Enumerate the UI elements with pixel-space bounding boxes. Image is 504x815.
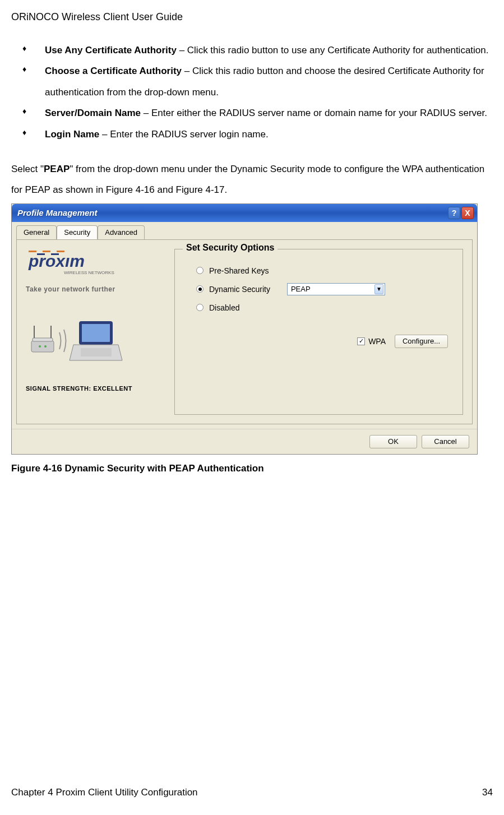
bullet-text: – Enter either the RADIUS server name or… [141, 108, 487, 118]
radio-icon [196, 285, 204, 293]
svg-rect-4 [37, 253, 45, 255]
radio-icon [196, 304, 204, 311]
para-text: Select " [11, 164, 44, 174]
tab-security[interactable]: Security [57, 225, 98, 239]
svg-rect-8 [33, 338, 53, 341]
bullet-item: Use Any Certificate Authority – Click th… [31, 40, 493, 61]
configure-button[interactable]: Configure... [395, 335, 448, 348]
svg-rect-15 [81, 348, 112, 356]
dropdown-value: PEAP [291, 285, 311, 293]
svg-point-12 [44, 345, 47, 348]
svg-rect-7 [31, 341, 54, 352]
bullet-title: Choose a Certificate Authority [45, 66, 182, 76]
wpa-label: WPA [368, 337, 386, 346]
proxim-logo: proxım WIRELESS NETWORKS [26, 249, 174, 282]
bullet-item: Choose a Certificate Authority – Click t… [31, 61, 493, 103]
radio-label: Disabled [209, 303, 239, 312]
signal-strength-label: SIGNAL STRENGTH: EXCELLENT [26, 385, 174, 392]
chevron-down-icon: ▼ [374, 284, 383, 294]
groupbox-title: Set Security Options [183, 243, 278, 253]
para-peap: PEAP [44, 164, 70, 174]
bullet-title: Login Name [45, 129, 99, 140]
bullet-list: Use Any Certificate Authority – Click th… [11, 40, 493, 145]
tabs-row: General Security Advanced [12, 222, 477, 239]
cancel-button[interactable]: Cancel [422, 435, 469, 448]
radio-label: Dynamic Security [209, 285, 270, 294]
para-text: " from the drop-down menu under the Dyna… [11, 164, 484, 195]
wpa-checkbox[interactable]: ✓ WPA [357, 337, 386, 346]
titlebar: Profile Management ? X [12, 204, 477, 222]
profile-management-dialog: Profile Management ? X General Security … [11, 203, 478, 455]
header-title: ORiNOCO Wireless Client User Guide [11, 11, 493, 23]
paragraph: Select "PEAP" from the drop-down menu un… [11, 159, 493, 201]
radio-icon [196, 267, 204, 274]
security-options-groupbox: Set Security Options Pre-Shared Keys Dyn… [174, 249, 463, 415]
svg-text:WIRELESS NETWORKS: WIRELESS NETWORKS [64, 270, 114, 275]
footer-chapter: Chapter 4 Proxim Client Utility Configur… [11, 787, 198, 798]
svg-rect-1 [29, 251, 36, 252]
page-number: 34 [482, 787, 493, 798]
close-button[interactable]: X [461, 207, 474, 219]
svg-rect-3 [57, 251, 64, 252]
tab-content: proxım WIRELESS NETWORKS Take your netwo… [16, 239, 473, 424]
security-dropdown[interactable]: PEAP ▼ [287, 283, 385, 295]
help-button[interactable]: ? [448, 207, 460, 219]
footer: Chapter 4 Proxim Client Utility Configur… [11, 787, 493, 798]
device-illustration [26, 310, 174, 374]
dialog-title: Profile Management [17, 208, 98, 217]
bullet-item: Server/Domain Name – Enter either the RA… [31, 103, 493, 123]
bullet-title: Server/Domain Name [45, 108, 141, 118]
svg-point-11 [39, 345, 41, 348]
tab-general[interactable]: General [16, 225, 57, 239]
radio-disabled[interactable]: Disabled [185, 303, 452, 312]
svg-rect-2 [43, 251, 50, 252]
checkbox-icon: ✓ [357, 337, 365, 345]
svg-rect-14 [82, 324, 110, 342]
left-column: proxım WIRELESS NETWORKS Take your netwo… [26, 249, 174, 415]
bullet-text: – Click this radio button to use any Cer… [177, 45, 489, 55]
ok-button[interactable]: OK [369, 435, 417, 448]
wpa-row: ✓ WPA Configure... [185, 335, 452, 348]
tagline: Take your network further [26, 285, 174, 293]
button-row: OK Cancel [12, 429, 477, 454]
radio-dynamic[interactable]: Dynamic Security PEAP ▼ [185, 283, 452, 295]
titlebar-buttons: ? X [448, 207, 474, 219]
radio-preshared[interactable]: Pre-Shared Keys [185, 266, 452, 275]
tab-advanced[interactable]: Advanced [98, 225, 145, 239]
figure-caption: Figure 4-16 Dynamic Security with PEAP A… [11, 463, 493, 474]
bullet-title: Use Any Certificate Authority [45, 45, 177, 55]
radio-label: Pre-Shared Keys [209, 266, 269, 275]
svg-rect-5 [51, 253, 59, 255]
bullet-item: Login Name – Enter the RADIUS server log… [31, 124, 493, 145]
bullet-text: – Enter the RADIUS server login name. [99, 129, 268, 140]
